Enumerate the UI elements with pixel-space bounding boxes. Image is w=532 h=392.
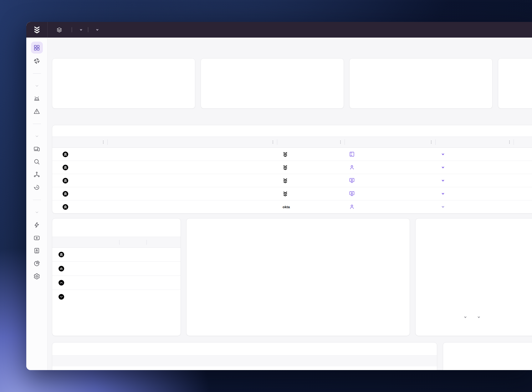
critical-severity-icon	[63, 204, 68, 210]
page-header	[52, 38, 532, 58]
chevron-down-icon[interactable]	[441, 152, 445, 156]
sidebar-item-dashboards[interactable]	[31, 42, 43, 54]
table-row	[52, 276, 181, 290]
dashboards-grid-icon	[33, 44, 40, 51]
critical-severity-icon	[63, 152, 68, 157]
critical-severity-icon	[63, 178, 68, 183]
classification-donut-chart[interactable]	[187, 226, 410, 336]
high-value-assets-card	[52, 342, 437, 370]
chevron-down-icon[interactable]	[441, 166, 445, 169]
column-menu-icon[interactable]	[507, 140, 512, 144]
donut-label-malware	[330, 249, 331, 253]
table-header	[52, 137, 532, 148]
column-header-target-asset	[345, 137, 436, 147]
legend-swatch	[484, 316, 487, 319]
chevron-down-icon	[79, 28, 83, 31]
card-title	[52, 226, 58, 231]
column-menu-icon[interactable]	[271, 140, 275, 144]
sidebar-item-singularity[interactable]	[31, 54, 43, 67]
settings-gear-icon	[33, 273, 40, 280]
column-header-risk-factors	[265, 356, 313, 366]
kpi-row	[52, 58, 532, 109]
lightning-icon	[33, 222, 40, 228]
chevron-down-icon	[35, 210, 39, 214]
column-header-assigned-to	[436, 137, 514, 147]
donut-label-cryptominer	[276, 241, 277, 246]
table-row	[52, 248, 181, 262]
sentinelone-vendor-icon	[283, 178, 288, 183]
singularity-icon	[33, 58, 40, 64]
chevron-down-icon[interactable]	[441, 205, 445, 209]
sentinelone-logo-icon	[33, 26, 41, 34]
sidebar-item-assets[interactable]	[31, 142, 43, 155]
user-icon	[349, 164, 355, 170]
sidebar-item-risks[interactable]	[31, 105, 43, 118]
desktop-monitor-icon	[349, 178, 355, 183]
app-window: okta	[26, 22, 532, 370]
critical-high-alerts-chart-card	[415, 218, 532, 336]
top-5-alerts-card: okta	[52, 125, 532, 214]
medium-severity-icon	[59, 280, 64, 286]
donut-label-info-stealer	[263, 263, 265, 268]
sidebar-divider	[26, 118, 47, 130]
sidebar-item-add[interactable]	[31, 231, 43, 244]
sidebar-item-history[interactable]	[31, 181, 43, 194]
table-row	[52, 187, 532, 200]
sidebar-divider	[26, 194, 47, 206]
column-menu-icon[interactable]	[101, 140, 105, 144]
legend-swatch	[471, 316, 473, 319]
sentinelone-vendor-icon	[283, 165, 288, 170]
column-header-asset-name	[61, 356, 214, 366]
column-header-alert-severity	[52, 137, 108, 147]
column-header-alert-count	[120, 237, 147, 247]
chevron-down-icon[interactable]	[477, 316, 480, 319]
sidebar-item-reports[interactable]	[31, 257, 43, 270]
column-header-alerts	[214, 356, 265, 366]
dashboard-tabs	[65, 46, 124, 50]
sidebar-divider	[26, 67, 47, 79]
search-icon	[33, 158, 40, 165]
sentinelone-vendor-icon	[283, 191, 288, 197]
layers-icon	[56, 27, 62, 33]
scope-selector-bar	[48, 22, 99, 38]
legend-item	[484, 316, 489, 319]
sidebar-item-automation[interactable]	[31, 219, 43, 231]
okta-logo: okta	[283, 205, 290, 209]
sidebar-item-credentials[interactable]	[31, 244, 43, 257]
donut-label-unknown	[307, 315, 309, 320]
column-header-subcategory	[361, 356, 437, 366]
table-header	[52, 237, 181, 248]
account-selector[interactable]	[77, 28, 83, 31]
chevron-down-icon[interactable]	[441, 192, 445, 195]
reported-date	[514, 187, 532, 200]
kpi-agents-requiring-attention	[498, 58, 532, 109]
site-selector[interactable]	[94, 28, 99, 31]
sidebar-group-collapse[interactable]	[31, 206, 43, 219]
sidebar-item-settings[interactable]	[31, 270, 43, 283]
agents-requiring-attention-card	[443, 342, 532, 370]
kpi-critical-high-alerts	[52, 58, 195, 109]
column-menu-icon[interactable]	[429, 140, 433, 144]
sidebar	[26, 38, 48, 370]
alerts-trend-line-chart[interactable]	[450, 250, 532, 317]
sentinelone-logo[interactable]	[26, 22, 48, 38]
desktop-monitor-icon	[349, 191, 355, 197]
chevron-down-icon[interactable]	[464, 316, 467, 319]
table-row	[52, 148, 532, 161]
table-header	[52, 355, 437, 366]
kpi-unassigned-alerts	[201, 58, 344, 109]
sidebar-item-search[interactable]	[31, 155, 43, 168]
sidebar-item-alerts[interactable]	[31, 92, 43, 105]
column-menu-icon[interactable]	[338, 140, 343, 144]
legend-item	[457, 316, 467, 319]
alerts-by-severity-card	[52, 218, 181, 336]
reported-date	[514, 148, 532, 161]
sidebar-group-collapse[interactable]	[31, 130, 43, 142]
sidebar-group-collapse[interactable]	[31, 79, 43, 92]
chevron-down-icon[interactable]	[441, 179, 445, 182]
history-icon	[33, 184, 40, 191]
table-row: okta	[52, 200, 532, 213]
chevron-down-icon	[96, 28, 99, 31]
sidebar-item-graph[interactable]	[31, 168, 43, 181]
reported-date	[514, 174, 532, 187]
